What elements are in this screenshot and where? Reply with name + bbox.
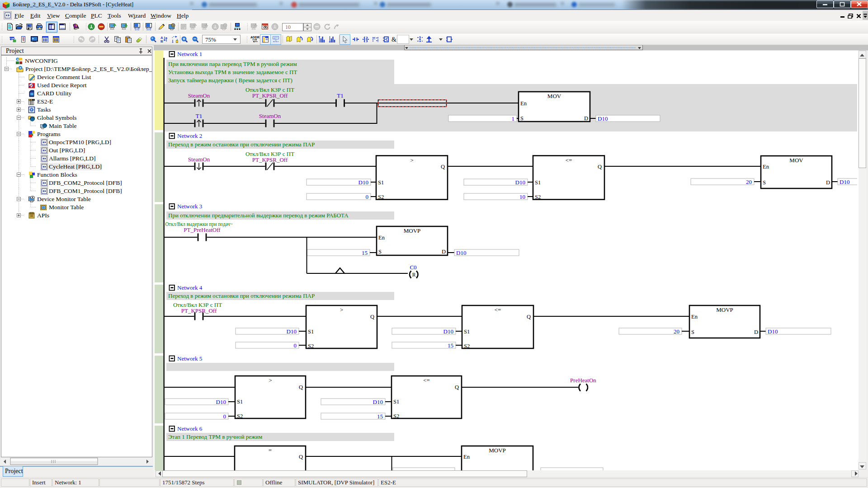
svg-text:En: En (463, 454, 470, 460)
svg-text:<=: <= (423, 377, 430, 384)
svg-text:101: 101 (146, 28, 151, 31)
svg-text:0: 0 (366, 193, 369, 200)
svg-text:T1: T1 (337, 92, 343, 99)
svg-text:20: 20 (674, 328, 679, 335)
svg-text:D10: D10 (515, 179, 525, 186)
svg-text:C0: C0 (410, 264, 416, 271)
svg-text:S1: S1 (237, 399, 243, 405)
svg-text:En: En (378, 235, 385, 241)
svg-text:PreHeatOn: PreHeatOn (570, 377, 596, 384)
svg-text:D: D (754, 329, 758, 335)
svg-text:Переход в режим остановки при: Переход в режим остановки при отключении… (168, 141, 315, 148)
svg-text:D10: D10 (443, 328, 453, 335)
svg-text:D10: D10 (287, 328, 297, 335)
svg-text:Этап 1 Перевод ТРМ в ручной ре: Этап 1 Перевод ТРМ в ручной режим (168, 433, 262, 440)
svg-text:15: 15 (362, 249, 368, 256)
svg-text:Network 6: Network 6 (177, 425, 203, 432)
svg-text:Q: Q (299, 454, 303, 460)
svg-text:En: En (763, 164, 769, 170)
svg-text:D10: D10 (216, 399, 226, 405)
svg-text:PT_KPSR_Off: PT_KPSR_Off (252, 156, 288, 163)
svg-text:Запуск таймера выдержки ( Врем: Запуск таймера выдержки ( Время задается… (168, 77, 292, 84)
svg-text:SteamOn: SteamOn (259, 113, 281, 119)
svg-text:15: 15 (448, 342, 453, 349)
svg-text:S2: S2 (378, 194, 384, 200)
svg-text:S2: S2 (464, 343, 470, 349)
svg-text:Q: Q (299, 384, 303, 390)
svg-text:10: 10 (285, 24, 291, 30)
svg-text:D10: D10 (840, 178, 849, 185)
svg-text:Q: Q (370, 314, 374, 320)
svg-text:D10: D10 (598, 115, 608, 122)
svg-text:S2: S2 (308, 343, 314, 349)
svg-text:S2: S2 (535, 194, 541, 200)
svg-text:R: R (412, 272, 416, 277)
svg-text:1: 1 (512, 115, 515, 122)
svg-text:MOVP: MOVP (404, 227, 421, 234)
svg-text:En: En (691, 314, 698, 320)
svg-text:75%: 75% (205, 36, 216, 43)
svg-text:<=: <= (566, 157, 572, 164)
svg-text:D10: D10 (768, 328, 778, 335)
svg-text:Q: Q (598, 164, 602, 170)
svg-text:Q: Q (527, 314, 531, 320)
svg-text:Q: Q (455, 384, 459, 390)
svg-text:S1: S1 (308, 328, 314, 335)
svg-text:En: En (520, 100, 527, 107)
svg-text:Network 1: Network 1 (177, 51, 202, 57)
svg-text:PT_KPSR_Off: PT_KPSR_Off (252, 92, 288, 99)
svg-text:<=: <= (495, 306, 501, 313)
svg-text:MOV: MOV (789, 157, 803, 164)
svg-text:20: 20 (746, 178, 752, 185)
svg-text:MOVP: MOVP (716, 306, 733, 313)
svg-text:15: 15 (377, 413, 383, 420)
svg-text:Network 4: Network 4 (177, 284, 203, 291)
svg-text:D10: D10 (373, 399, 383, 405)
svg-text:&: & (392, 36, 396, 43)
svg-text:>: > (410, 157, 413, 164)
svg-text:101: 101 (135, 28, 140, 31)
svg-text:S1: S1 (464, 328, 470, 335)
svg-text:S2: S2 (237, 413, 243, 419)
svg-text:=: = (269, 447, 272, 454)
svg-text:S: S (520, 115, 524, 122)
svg-text:PT_PreHeatOff: PT_PreHeatOff (184, 226, 221, 233)
svg-text:S: S (378, 249, 382, 255)
svg-text:D: D (442, 249, 446, 255)
svg-text:10: 10 (519, 193, 525, 200)
svg-text:ADDR: ADDR (250, 36, 259, 39)
svg-text:SteamOn: SteamOn (188, 156, 210, 163)
svg-text:T1: T1 (196, 113, 202, 119)
svg-text:D10: D10 (359, 179, 368, 186)
svg-text:>: > (269, 377, 272, 384)
svg-text:Network 2: Network 2 (177, 132, 202, 139)
svg-text:Q: Q (441, 164, 445, 170)
svg-text:При включении пара перевод ТРМ: При включении пара перевод ТРМ в ручной … (168, 61, 297, 67)
svg-text:0: 0 (223, 413, 226, 420)
svg-text:D: D (584, 115, 588, 122)
svg-text:SteamOn: SteamOn (188, 92, 210, 99)
svg-text:При отключении предварительной: При отключении предварительной выдержки … (168, 212, 349, 219)
svg-text:S1: S1 (378, 179, 384, 186)
svg-text:Network 3: Network 3 (177, 203, 202, 210)
svg-text:Переход в режим остановки при: Переход в режим остановки при отключении… (168, 292, 315, 299)
svg-text:>: > (340, 306, 343, 313)
svg-text:D10: D10 (456, 249, 466, 256)
svg-text:S1: S1 (535, 179, 541, 186)
svg-text:PT_KPSR_Off: PT_KPSR_Off (181, 307, 217, 314)
svg-text:B: B (160, 39, 163, 43)
svg-text:S: S (763, 179, 766, 186)
svg-text:0: 0 (294, 342, 297, 349)
svg-text:MOVP: MOVP (489, 447, 506, 454)
svg-text:Network 5: Network 5 (177, 355, 202, 362)
svg-text:MOV: MOV (547, 93, 561, 99)
svg-text:S: S (691, 329, 694, 335)
svg-text:S2: S2 (393, 413, 399, 419)
svg-text:D: D (826, 179, 830, 186)
svg-text:S1: S1 (393, 399, 399, 405)
svg-text:Установка выхода ТРМ в значени: Установка выхода ТРМ в значение задаваем… (168, 69, 297, 75)
